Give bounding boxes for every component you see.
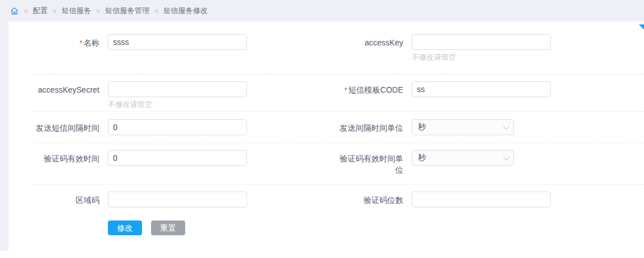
required-asterisk: *: [344, 86, 347, 94]
breadcrumb-item-sms-service-mgmt[interactable]: 短信服务管理: [105, 6, 149, 16]
accesskey-input[interactable]: [412, 34, 551, 50]
breadcrumb-item-sms-service-edit: 短信服务修改: [164, 6, 208, 16]
breadcrumb-item-config[interactable]: 配置: [33, 6, 48, 16]
region-code-label: 区域码: [31, 192, 99, 206]
required-asterisk: *: [80, 39, 82, 47]
page-left-gutter: [0, 22, 9, 251]
breadcrumb-separator: »: [96, 7, 100, 15]
form-row-4: 验证码有效时间 验证码有效时间单位 秒: [31, 143, 644, 185]
form-row-5: 区域码 验证码位数: [31, 185, 644, 215]
form-row-2: accessKeySecret 不修改请留空 *短信模板CODE: [31, 74, 644, 112]
panel-corner-flag-icon: [639, 24, 644, 30]
send-interval-unit-value: 秒: [418, 122, 426, 132]
field-code-valid-time-unit: 验证码有效时间单位 秒: [322, 150, 644, 184]
code-valid-time-input[interactable]: [108, 150, 247, 166]
field-region-code: 区域码: [31, 192, 322, 215]
chevron-down-icon: [503, 123, 509, 130]
chevron-down-icon: [503, 154, 509, 160]
code-valid-time-unit-select[interactable]: 秒: [412, 150, 514, 166]
field-accesskeysecret: accessKeySecret 不修改请留空: [31, 81, 322, 111]
code-digits-input[interactable]: [412, 192, 551, 207]
name-label: *名称: [31, 34, 99, 49]
field-send-interval: 发送短信间隔时间: [31, 119, 322, 143]
breadcrumb: » 配置 » 短信服务 » 短信服务管理 » 短信服务修改: [0, 0, 644, 22]
breadcrumb-separator: »: [53, 7, 57, 15]
breadcrumb-separator: »: [24, 7, 28, 15]
accesskeysecret-hint: 不修改请留空: [108, 99, 247, 110]
name-input[interactable]: [108, 34, 247, 50]
accesskey-label: accessKey: [338, 34, 403, 48]
field-name: *名称: [31, 34, 322, 74]
send-interval-unit-select[interactable]: 秒: [412, 119, 514, 135]
field-send-interval-unit: 发送间隔时间单位 秒: [322, 119, 644, 143]
send-interval-input[interactable]: [108, 119, 247, 135]
code-valid-time-unit-label: 验证码有效时间单位: [338, 150, 403, 176]
home-icon[interactable]: [10, 7, 19, 15]
code-valid-time-unit-value: 秒: [418, 153, 426, 163]
template-code-label: *短信模板CODE: [338, 81, 403, 96]
send-interval-unit-label: 发送间隔时间单位: [338, 119, 403, 134]
accesskeysecret-input[interactable]: [108, 81, 247, 97]
template-code-input[interactable]: [412, 81, 551, 97]
breadcrumb-separator: »: [154, 7, 158, 15]
form-row-3: 发送短信间隔时间 发送间隔时间单位 秒: [31, 112, 644, 143]
form-row-1: *名称 accessKey 不修改请留空: [31, 22, 644, 74]
field-template-code: *短信模板CODE: [322, 81, 644, 111]
code-digits-label: 验证码位数: [338, 192, 403, 206]
accesskey-hint: 不修改请留空: [412, 52, 551, 63]
submit-button[interactable]: 修改: [108, 220, 142, 235]
accesskeysecret-label: accessKeySecret: [31, 81, 99, 95]
send-interval-label: 发送短信间隔时间: [31, 119, 99, 134]
field-code-valid-time: 验证码有效时间: [31, 150, 322, 184]
field-accesskey: accessKey 不修改请留空: [322, 34, 644, 74]
code-valid-time-label: 验证码有效时间: [31, 150, 99, 164]
field-code-digits: 验证码位数: [322, 192, 644, 215]
reset-button[interactable]: 重置: [151, 220, 185, 235]
region-code-input[interactable]: [108, 192, 247, 207]
content-panel: *名称 accessKey 不修改请留空 accessKeySecret 不修改…: [9, 22, 644, 258]
breadcrumb-item-sms-service[interactable]: 短信服务: [61, 6, 91, 16]
form-actions: 修改 重置: [108, 220, 644, 235]
sms-service-edit-form: *名称 accessKey 不修改请留空 accessKeySecret 不修改…: [31, 22, 644, 235]
